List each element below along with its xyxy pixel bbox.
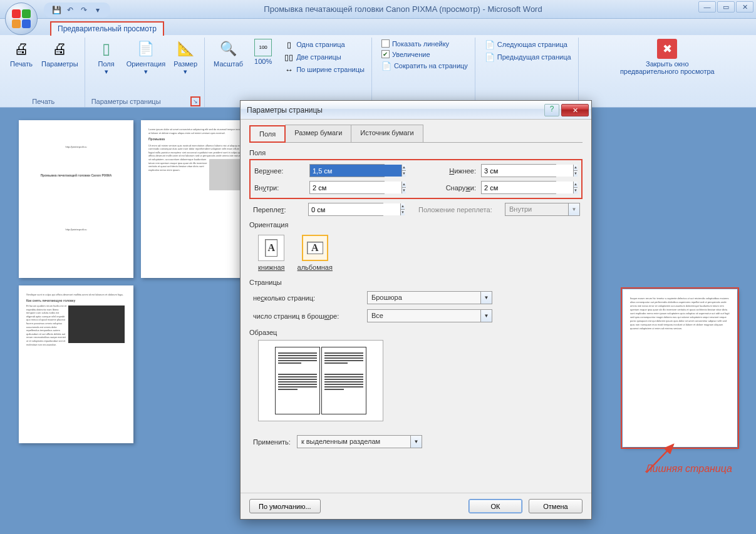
ribbon-group-show: Показать линейку ✔Увеличение 📄Сократить …: [375, 38, 475, 107]
dialog-titlebar[interactable]: Параметры страницы ? ✕: [241, 101, 591, 120]
minimize-button[interactable]: —: [698, 1, 716, 13]
default-button[interactable]: По умолчанию...: [249, 499, 321, 513]
top-margin-label: Верхнее:: [254, 167, 304, 175]
bottom-margin-label: Нижнее:: [420, 167, 476, 175]
sample-right-page-icon: [321, 347, 366, 414]
gutter-position-combo: Внутри▼: [505, 203, 580, 216]
prev-page-button[interactable]: 📄Предыдущая страница: [483, 51, 573, 63]
sheets-per-booklet-label: число страниц в брошюре:: [253, 312, 360, 320]
top-margin-spinner[interactable]: ▲▼: [309, 164, 385, 177]
size-icon: [175, 39, 195, 59]
outside-margin-spinner[interactable]: ▲▼: [481, 181, 556, 194]
prev-page-icon: 📄: [485, 52, 495, 62]
apply-to-combo[interactable]: к выделенным разделам▼: [297, 435, 422, 448]
annotation-text: Лишняя страница: [646, 463, 732, 475]
section-orientation-label: Ориентация: [249, 221, 583, 228]
inside-margin-input[interactable]: [310, 182, 401, 193]
two-pages-icon: ▯▯: [284, 52, 294, 62]
outside-margin-label: Снаружи:: [420, 184, 476, 192]
spin-up-icon[interactable]: ▲: [401, 165, 406, 171]
quick-access-toolbar: 💾 ↶ ↷ ▾: [44, 3, 110, 18]
section-fields-label: Поля: [249, 149, 583, 157]
page-thumb-4[interactable]: Similique sunt in culpa qui officia dese…: [19, 285, 133, 443]
page-thumb-1[interactable]: http://printerprofi.ru Промывка печатающ…: [19, 120, 133, 278]
gutter-spinner[interactable]: ▲▼: [308, 203, 383, 216]
next-page-icon: 📄: [485, 39, 495, 49]
ribbon-tab-row: Предварительный просмотр: [0, 19, 756, 35]
margins-highlighted-group: Верхнее: ▲▼ Нижнее: ▲▼ Внутри: ▲▼ Снаруж…: [249, 159, 583, 199]
tab-fields[interactable]: Поля: [249, 125, 286, 143]
ribbon-group-print: Печать Параметры Печать: [3, 38, 85, 107]
portrait-icon: A: [258, 235, 284, 261]
shrink-icon: 📄: [381, 61, 391, 71]
next-page-button[interactable]: 📄Следующая страница: [483, 39, 573, 50]
section-sample-label: Образец: [249, 329, 583, 336]
one-page-icon: ▯: [284, 39, 294, 49]
window-close-button[interactable]: ✕: [736, 1, 753, 13]
qat-customize-button[interactable]: ▾: [91, 4, 104, 16]
qat-undo-button[interactable]: ↶: [64, 4, 76, 16]
maximize-button[interactable]: ▭: [717, 1, 735, 13]
orientation-portrait-button[interactable]: A книжная: [258, 235, 285, 271]
chevron-down-icon[interactable]: ▼: [480, 310, 492, 322]
section-pages-label: Страницы: [249, 279, 583, 286]
size-button[interactable]: Размер▾: [170, 38, 200, 76]
print-button[interactable]: Печать: [6, 38, 36, 69]
ribbon: Печать Параметры Печать Поля▾ Ориентация…: [0, 35, 756, 108]
magnifier-icon: [219, 39, 239, 59]
sheets-per-booklet-combo[interactable]: Все▼: [367, 309, 492, 322]
checkbox-checked-icon: ✔: [381, 50, 390, 58]
one-page-button[interactable]: ▯Одна страница: [282, 39, 366, 50]
checkbox-icon: [381, 39, 390, 48]
group-label-page-setup: Параметры страницы ↘: [91, 96, 200, 107]
close-icon: [657, 39, 677, 59]
printer-icon: [11, 39, 31, 59]
top-margin-input[interactable]: [310, 165, 401, 177]
dialog-close-button[interactable]: ✕: [561, 104, 589, 116]
tab-paper-source[interactable]: Источник бумаги: [351, 125, 423, 142]
cancel-button[interactable]: Отмена: [529, 499, 583, 513]
magnifier-checkbox[interactable]: ✔Увеличение: [380, 49, 470, 59]
outside-margin-input[interactable]: [482, 182, 573, 193]
margins-icon: [96, 39, 117, 59]
gutter-label: Переплет:: [253, 206, 303, 213]
print-options-button[interactable]: Параметры: [39, 38, 81, 69]
dialog-help-button[interactable]: ?: [544, 104, 559, 116]
zoom-100-icon: 100: [254, 39, 272, 56]
zoom-100-button[interactable]: 100 100%: [248, 38, 278, 66]
multiple-pages-combo[interactable]: Брошюра▼: [367, 291, 492, 304]
group-label-print: Печать: [6, 96, 81, 107]
dialog-footer: По умолчанию... ОК Отмена: [241, 493, 591, 519]
qat-redo-button[interactable]: ↷: [78, 4, 90, 16]
office-logo-icon: [12, 9, 31, 28]
chevron-down-icon: ▼: [568, 203, 579, 215]
inside-margin-spinner[interactable]: ▲▼: [309, 181, 385, 194]
zoom-button[interactable]: Масштаб: [211, 38, 246, 69]
ok-button[interactable]: ОК: [469, 499, 522, 513]
titlebar: 💾 ↶ ↷ ▾ Промывка печатающей головки Cano…: [0, 0, 756, 19]
show-ruler-checkbox[interactable]: Показать линейку: [380, 39, 470, 48]
tab-paper-size[interactable]: Размер бумаги: [285, 125, 351, 142]
spin-down-icon[interactable]: ▼: [401, 171, 406, 177]
office-button[interactable]: [5, 3, 38, 35]
margins-button[interactable]: Поля▾: [91, 38, 122, 76]
gutter-input[interactable]: [309, 203, 400, 215]
tab-print-preview[interactable]: Предварительный просмотр: [50, 21, 164, 36]
page-width-button[interactable]: ↔По ширине страницы: [282, 64, 366, 75]
page-thumb-5[interactable]: Itaque earum rerum hic tenetur a sapient…: [623, 289, 737, 447]
page-thumb-2[interactable]: Lorem ipsum dolor sit amet consectetur a…: [141, 120, 256, 278]
window-title: Промывка печатающей головки Canon PIXMA …: [50, 4, 756, 14]
bottom-margin-input[interactable]: [482, 165, 573, 177]
bottom-margin-spinner[interactable]: ▲▼: [481, 164, 556, 177]
shrink-one-page-button[interactable]: 📄Сократить на страницу: [380, 60, 470, 71]
two-pages-button[interactable]: ▯▯Две страницы: [282, 51, 366, 63]
close-preview-button[interactable]: Закрыть окнопредварительного просмотра: [618, 38, 717, 76]
orientation-button[interactable]: Ориентация▾: [124, 38, 168, 76]
orientation-landscape-button[interactable]: A альбомная: [298, 235, 333, 271]
chevron-down-icon[interactable]: ▼: [410, 436, 422, 448]
qat-save-button[interactable]: 💾: [50, 4, 63, 16]
page-setup-dialog-launcher[interactable]: ↘: [190, 96, 200, 106]
chevron-down-icon[interactable]: ▼: [480, 292, 492, 304]
sample-left-page-icon: [275, 347, 320, 414]
dialog-title: Параметры страницы: [247, 106, 544, 115]
